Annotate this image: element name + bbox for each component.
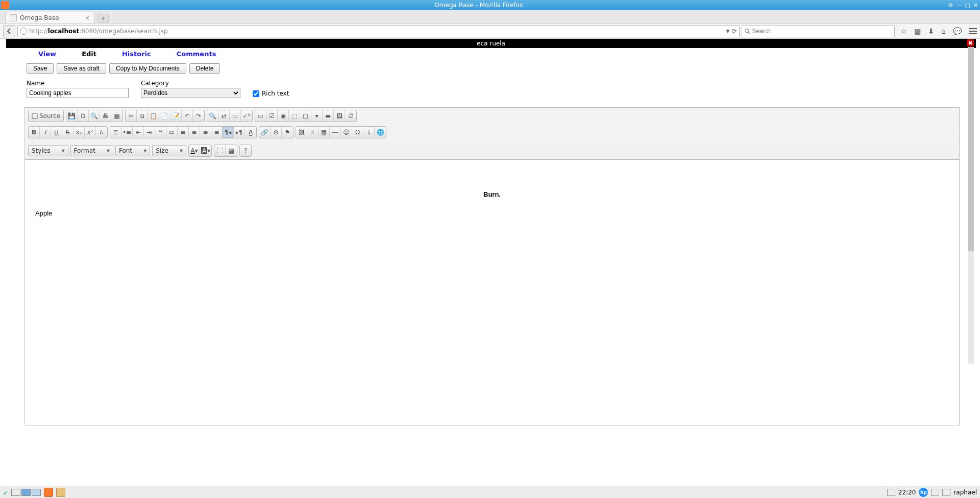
home-icon[interactable]: ⌂ <box>941 27 946 35</box>
tray-battery-icon[interactable] <box>942 489 950 496</box>
updater-icon[interactable]: ⟳ <box>948 2 953 9</box>
close-window-button[interactable]: ✕ <box>973 2 978 9</box>
smiley-icon[interactable]: ☺ <box>341 127 352 138</box>
bidi-rtl-icon[interactable]: ▸¶ <box>234 127 245 138</box>
chat-icon[interactable]: 💬 <box>953 27 962 35</box>
save-as-draft-button[interactable]: Save as draft <box>57 63 106 74</box>
unlink-icon[interactable]: ⊘ <box>271 127 282 138</box>
back-button[interactable] <box>3 25 15 37</box>
browser-tab[interactable]: Omega Base × <box>5 12 94 23</box>
paste-word-icon[interactable]: 📝 <box>170 110 182 122</box>
page-scrollbar[interactable] <box>968 47 974 364</box>
name-input[interactable] <box>27 88 129 98</box>
hr-icon[interactable]: ― <box>330 127 341 138</box>
bullist-icon[interactable]: •≡ <box>121 127 133 138</box>
button-icon[interactable]: ▬ <box>323 110 334 122</box>
print-icon[interactable]: 🖶 <box>100 110 111 122</box>
bold-icon[interactable]: B <box>29 127 40 138</box>
editor-body[interactable]: Burn. Apple <box>25 159 959 425</box>
styles-select[interactable]: Styles▼ <box>28 145 68 156</box>
new-tab-button[interactable]: + <box>97 14 109 23</box>
strike-icon[interactable]: S <box>62 127 74 138</box>
source-button[interactable]: Source <box>29 110 63 122</box>
cut-icon[interactable]: ✂ <box>126 110 137 122</box>
indent-icon[interactable]: ⇥ <box>144 127 155 138</box>
showblocks-icon[interactable]: ▦ <box>226 145 237 156</box>
about-icon[interactable]: ? <box>240 145 251 156</box>
spellcheck-icon[interactable]: ✓ᴬ <box>241 110 252 122</box>
workspace-pager[interactable] <box>11 489 41 496</box>
maximize-icon[interactable]: ⛶ <box>214 145 226 156</box>
preview-icon[interactable]: 🔍 <box>89 110 100 122</box>
redo-icon[interactable]: ↷ <box>193 110 204 122</box>
anchor-icon[interactable]: ⚑ <box>282 127 293 138</box>
save-button[interactable]: Save <box>27 63 54 74</box>
search-input[interactable] <box>752 28 892 35</box>
maximize-button[interactable]: ▢ <box>965 2 970 9</box>
pagebreak-icon[interactable]: ⤓ <box>363 127 375 138</box>
textcolor-icon[interactable]: A▾ <box>189 145 200 156</box>
paste-icon[interactable]: 📋 <box>148 110 159 122</box>
taskbar-firefox-icon[interactable] <box>44 488 53 497</box>
search-box[interactable] <box>742 25 895 37</box>
form-icon[interactable]: ▭ <box>255 110 266 122</box>
iframe-icon[interactable]: 🌐 <box>375 127 386 138</box>
select-icon[interactable]: ▾ <box>311 110 323 122</box>
undo-icon[interactable]: ↶ <box>182 110 193 122</box>
menu-view[interactable]: View <box>38 50 56 58</box>
close-tab-icon[interactable]: × <box>85 14 90 21</box>
copy-to-documents-button[interactable]: Copy to My Documents <box>109 63 186 74</box>
superscript-icon[interactable]: x² <box>85 127 96 138</box>
font-select[interactable]: Font▼ <box>115 145 150 156</box>
language-icon[interactable]: A̲ <box>245 127 256 138</box>
align-justify-icon[interactable]: ≡ <box>211 127 223 138</box>
hp-icon[interactable]: hp <box>919 488 928 497</box>
bgcolor-icon[interactable]: A▾ <box>200 145 211 156</box>
minimize-button[interactable]: — <box>956 2 962 9</box>
downloads-icon[interactable]: ⬇ <box>928 27 934 35</box>
taskbar-files-icon[interactable] <box>56 488 65 497</box>
underline-icon[interactable]: U <box>51 127 62 138</box>
replace-icon[interactable]: ⇄ <box>218 110 230 122</box>
flash-icon[interactable]: ⚡ <box>307 127 318 138</box>
numlist-icon[interactable]: ≣ <box>110 127 121 138</box>
newpage-icon[interactable]: 🗋 <box>78 110 89 122</box>
textfield-icon[interactable]: ⬚ <box>289 110 300 122</box>
url-bar[interactable]: http://localhost:8080/omegabase/search.j… <box>17 25 740 37</box>
tray-app-icon[interactable] <box>887 489 895 496</box>
banner-close-icon[interactable]: ✖ <box>967 39 974 46</box>
image-icon[interactable]: 🖼 <box>296 127 307 138</box>
checkbox-icon[interactable]: ☑ <box>266 110 278 122</box>
selectall-icon[interactable]: ▭ <box>230 110 241 122</box>
subscript-icon[interactable]: x₂ <box>74 127 85 138</box>
menu-historic[interactable]: Historic <box>122 50 151 58</box>
blockquote-icon[interactable]: ❝ <box>155 127 166 138</box>
align-center-icon[interactable]: ≡ <box>189 127 200 138</box>
url-dropdown-icon[interactable]: ▼ <box>726 29 730 34</box>
specialchar-icon[interactable]: Ω <box>352 127 363 138</box>
richtext-checkbox[interactable] <box>253 90 259 97</box>
hidden-icon[interactable]: ∅ <box>345 110 356 122</box>
removeformat-icon[interactable]: Iₓ <box>96 127 107 138</box>
bidi-ltr-icon[interactable]: ¶◂ <box>223 127 234 138</box>
align-right-icon[interactable]: ≡ <box>200 127 211 138</box>
hamburger-menu-icon[interactable] <box>969 28 977 34</box>
imagebtn-icon[interactable]: 🖼 <box>334 110 345 122</box>
scrollbar-thumb[interactable] <box>968 47 974 251</box>
menu-comments[interactable]: Comments <box>177 50 216 58</box>
table-icon[interactable]: ▦ <box>318 127 330 138</box>
find-icon[interactable]: 🔍 <box>207 110 218 122</box>
align-left-icon[interactable]: ≡ <box>178 127 189 138</box>
italic-icon[interactable]: I <box>40 127 51 138</box>
tray-tool-icon[interactable] <box>931 489 939 496</box>
copy-icon[interactable]: ⧉ <box>137 110 148 122</box>
menu-edit[interactable]: Edit <box>82 50 96 58</box>
reader-icon[interactable]: ▤ <box>914 27 921 35</box>
outdent-icon[interactable]: ⇤ <box>133 127 144 138</box>
size-select[interactable]: Size▼ <box>152 145 186 156</box>
format-select[interactable]: Format▼ <box>70 145 113 156</box>
paste-text-icon[interactable]: 📄 <box>159 110 170 122</box>
textarea-icon[interactable]: ▢ <box>300 110 311 122</box>
show-desktop-icon[interactable]: ↙ <box>3 489 8 496</box>
templates-icon[interactable]: ▦ <box>111 110 122 122</box>
